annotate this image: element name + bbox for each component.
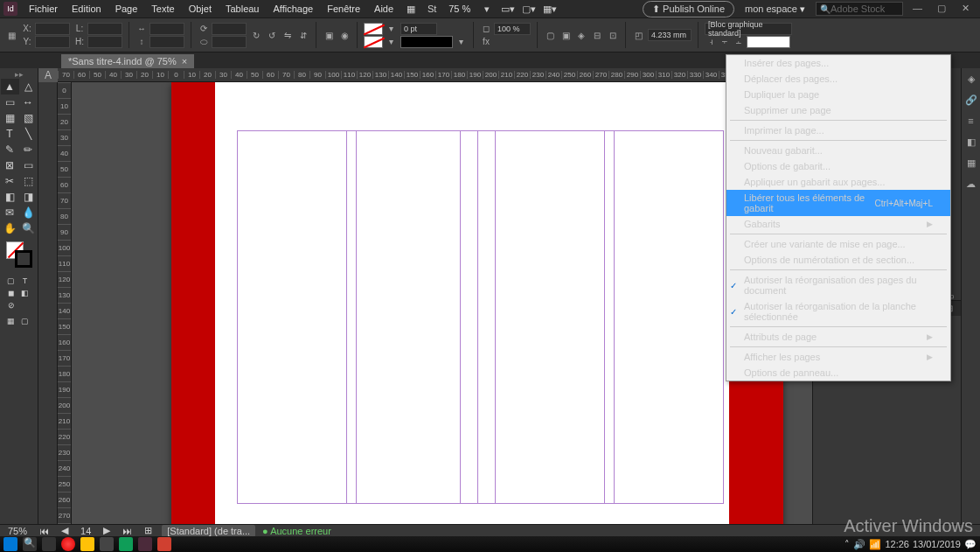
tray-chevron-icon[interactable]: ˄ (844, 539, 850, 550)
clock-date[interactable]: 13/01/2019 (913, 539, 961, 549)
last-page-icon[interactable]: ⏭ (120, 526, 135, 536)
tray-network-icon[interactable]: 🔊 (853, 539, 865, 550)
corner-gap-input[interactable]: 4.233 mm (648, 29, 692, 41)
screen-mode-icon[interactable]: ▢▾ (522, 2, 536, 16)
text-wrap-none-icon[interactable]: ▢ (544, 29, 556, 41)
preview-view-icon[interactable]: ▢ (18, 315, 32, 327)
vertical-ruler[interactable]: 0102030405060708090100110120130140150160… (58, 82, 72, 536)
app-icon-3[interactable] (157, 537, 171, 551)
content-placer-tool[interactable]: ▧ (19, 110, 38, 126)
indesign-taskbar-icon[interactable] (138, 537, 152, 551)
context-menu-item[interactable]: Supprimer une page (726, 102, 950, 118)
canvas[interactable]: 0102030405060708090100110120130140150160… (58, 82, 812, 536)
align-left-icon[interactable]: ⫞ (705, 36, 717, 48)
context-menu-item[interactable]: ✓Autoriser la réorganisation de la planc… (726, 298, 950, 325)
pencil-tool[interactable]: ✏ (19, 142, 38, 157)
flip-h-icon[interactable]: ⇋ (281, 29, 294, 41)
select-content-icon[interactable]: ◉ (338, 29, 351, 41)
apply-container-icon[interactable]: ▢ (4, 275, 18, 287)
start-button[interactable] (3, 537, 17, 551)
text-wrap-jump-next-icon[interactable]: ⊡ (607, 29, 619, 41)
gap-tool[interactable]: ↔ (19, 94, 38, 110)
text-wrap-jump-icon[interactable]: ⊟ (591, 29, 603, 41)
apply-color-icon[interactable]: ◼ (4, 287, 18, 299)
type-vertical-icon[interactable]: A (38, 68, 58, 82)
effects-icon[interactable]: fx (480, 36, 492, 48)
context-menu-item[interactable]: Options de panneau... (726, 365, 950, 381)
notifications-icon[interactable]: 💬 (964, 539, 977, 550)
context-menu-item[interactable]: Nouveau gabarit... (726, 143, 950, 158)
context-menu-item[interactable]: Insérer des pages... (726, 55, 950, 71)
object-style-dropdown[interactable]: [Bloc graphique standard] (705, 23, 792, 35)
y-input[interactable] (35, 36, 70, 48)
menu-edition[interactable]: Edition (66, 2, 108, 16)
preflight-preset[interactable]: [Standard] (de tra... (162, 525, 255, 537)
gradient-feather-tool[interactable]: ◨ (19, 189, 38, 205)
document-tab[interactable]: *Sans titre-4.indd @ 75% × (61, 54, 194, 68)
text-wrap-bbox-icon[interactable]: ▣ (560, 29, 572, 41)
context-menu-item[interactable]: Options de numérotation et de section... (726, 252, 950, 268)
maximize-icon[interactable]: ▢ (937, 3, 949, 15)
stroke-color-swatch[interactable] (15, 250, 32, 268)
opacity-input[interactable]: 100 % (494, 23, 531, 35)
pen-tool[interactable]: ✎ (1, 142, 19, 157)
shear-input[interactable] (212, 36, 247, 48)
color-panel-icon[interactable]: ◧ (964, 135, 978, 149)
context-menu-item[interactable]: Libérer tous les éléments de gabaritCtrl… (726, 190, 950, 216)
prev-page-icon[interactable]: ◀ (59, 525, 71, 536)
apply-none-icon[interactable]: ⊘ (4, 299, 18, 311)
page-nav-input[interactable]: 14 (78, 526, 94, 536)
explorer-icon[interactable] (80, 537, 94, 551)
app-icon-2[interactable] (119, 537, 133, 551)
content-collector-tool[interactable]: ▦ (1, 110, 19, 126)
context-menu-item[interactable]: ✓Autoriser la réorganisation des pages d… (726, 272, 950, 298)
menu-affichage[interactable]: Affichage (268, 2, 320, 16)
minimize-icon[interactable]: — (913, 3, 925, 15)
menu-aide[interactable]: Aide (368, 2, 400, 16)
x-input[interactable] (35, 23, 70, 35)
rotate-input[interactable] (212, 23, 247, 35)
context-menu-item[interactable]: Afficher les pages▶ (726, 349, 950, 365)
page-spread[interactable] (171, 82, 783, 536)
menu-fenetre[interactable]: Fenêtre (321, 2, 366, 16)
stroke-swatch[interactable] (364, 36, 383, 48)
first-page-icon[interactable]: ⏮ (37, 526, 52, 536)
bridge-icon[interactable]: ▦ (404, 2, 418, 16)
apply-gradient-icon[interactable]: ◧ (18, 287, 32, 299)
open-nav-icon[interactable]: ⊞ (142, 525, 155, 536)
gradient-swatch-tool[interactable]: ◧ (1, 189, 19, 205)
h-input[interactable] (87, 36, 122, 48)
layers-panel-icon[interactable]: ◈ (964, 72, 978, 86)
rotate-ccw-icon[interactable]: ↺ (266, 29, 278, 41)
arrange-icon[interactable]: ▦▾ (543, 2, 557, 16)
reference-point-icon[interactable]: ▦ (5, 29, 17, 41)
hand-tool[interactable]: ✋ (1, 220, 19, 236)
corner-icon[interactable]: ◰ (632, 29, 644, 41)
menu-page[interactable]: Page (109, 2, 144, 16)
context-menu-item[interactable]: Attributs de page▶ (726, 329, 950, 345)
line-tool[interactable]: ╲ (19, 126, 38, 142)
align-right-icon[interactable]: ⫠ (733, 36, 745, 48)
note-tool[interactable]: ✉ (1, 205, 19, 220)
menu-fichier[interactable]: Fichier (23, 2, 64, 16)
stroke-panel-icon[interactable]: ≡ (964, 114, 978, 128)
context-menu-item[interactable]: Appliquer un gabarit aux pages... (726, 174, 950, 190)
zoom-level[interactable]: 75 % (443, 2, 476, 16)
selection-tool[interactable]: ▲ (1, 79, 19, 94)
normal-view-icon[interactable]: ▦ (4, 315, 18, 327)
stock-icon[interactable]: St (425, 2, 439, 16)
context-menu-item[interactable]: Dupliquer la page (726, 87, 950, 102)
context-menu-item[interactable]: Gabarits▶ (726, 216, 950, 232)
menu-texte[interactable]: Texte (145, 2, 180, 16)
flip-v-icon[interactable]: ⇵ (297, 29, 309, 41)
context-menu-item[interactable]: Imprimer la page... (726, 122, 950, 138)
next-page-icon[interactable]: ▶ (101, 525, 113, 536)
zoom-tool[interactable]: 🔍 (19, 220, 38, 236)
tray-wifi-icon[interactable]: 📶 (869, 539, 881, 550)
close-icon[interactable]: ✕ (962, 3, 974, 15)
direct-selection-tool[interactable]: △ (19, 79, 38, 94)
zoom-dropdown-icon[interactable]: ▾ (480, 2, 494, 16)
search-adobe-stock[interactable]: 🔍 Adobe Stock (816, 2, 903, 16)
stroke-weight-input[interactable]: 0 pt (400, 23, 437, 35)
align-center-h-icon[interactable]: ⫟ (719, 36, 731, 48)
